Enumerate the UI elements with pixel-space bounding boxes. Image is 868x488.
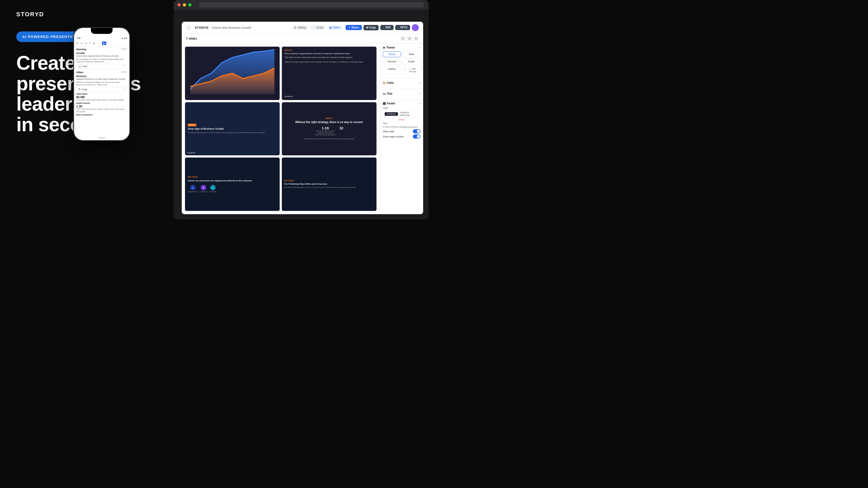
color-chevron[interactable]: ∨: [419, 82, 421, 84]
toggle-knob-date: [417, 130, 420, 133]
nav-setting-label: Setting: [298, 26, 306, 29]
traffic-light-green[interactable]: [188, 3, 191, 6]
theme-galaxy[interactable]: Galaxy: [383, 66, 401, 74]
stat-deals-label: Deals Closed: [76, 102, 127, 104]
nav-setting[interactable]: ⚙ Setting: [292, 25, 308, 30]
show-date-label: Show date: [383, 130, 394, 133]
app-nav: ⚙ Setting 📄 Script ▦ Slides: [292, 25, 342, 30]
pptx-button[interactable]: ↓ PPTX: [395, 25, 410, 30]
text-section: Aa Text ∨: [383, 91, 421, 96]
phone-divider-1: [76, 70, 127, 70]
color-section-row: 🎨 Color ∨: [383, 80, 421, 86]
opening-asset[interactable]: 📊 Chart ⊙: [76, 64, 127, 69]
step-3-circle: 3: [210, 185, 216, 190]
active-tool[interactable]: ▶: [102, 41, 106, 45]
slide-thumb-3[interactable]: IMPACT Clear Sign of Business Trouble Th…: [185, 102, 280, 156]
phone-status-bar: 7:07 ▲ ● ■: [74, 34, 129, 40]
slide-2-title: Poor customer segmentation and lack of c…: [284, 52, 374, 55]
theme-bold[interactable]: Bold: [402, 51, 421, 57]
format-icon[interactable]: T: [89, 42, 91, 45]
villain-slide-subtitle: Stagnant Revenue is a Clear Sign of Busi…: [76, 78, 127, 80]
slide-2-storyd: STORYD: [284, 96, 374, 97]
show-date-toggle[interactable]: [413, 129, 421, 133]
villain-asset[interactable]: 🖼 Image ⊙: [76, 87, 127, 92]
redo-icon[interactable]: ↪: [85, 42, 87, 45]
theme-chevron[interactable]: ∧: [419, 46, 421, 49]
view-grid-lg[interactable]: ⊞: [413, 36, 419, 41]
footer-logo-filename: STORYD white.png: [400, 111, 418, 116]
step-3-label: Processes: [209, 191, 217, 193]
show-page-row: Show page number: [383, 134, 421, 138]
close-icon[interactable]: ✕: [76, 42, 79, 45]
share-button[interactable]: ↗ Share: [346, 25, 362, 30]
slide-6-title: The Following Steps Will Lead to Success: [284, 183, 374, 186]
step-1: 1 Segmentation: [188, 185, 198, 193]
phone-toolbar: ✕ ↩ ↪ T ⊕ ⋮ ▶: [74, 40, 129, 46]
app-doc-title: Unlock New Business Growth: [212, 26, 289, 29]
slide-6-content: SOLUTION The Following Steps Will Lead t…: [282, 158, 376, 211]
undo-icon[interactable]: ↩: [81, 42, 83, 45]
opening-slide-desc: By Leveraging the Power of Targeted Segm…: [76, 58, 127, 63]
view-list[interactable]: ⊟: [400, 36, 406, 41]
copy-button[interactable]: ⧉ Copy: [364, 25, 379, 30]
image-icon: 🖼: [78, 88, 80, 91]
text-icon: Aa: [383, 93, 386, 95]
slide-3-title: Clear Sign of Business Trouble: [188, 127, 277, 131]
user-avatar[interactable]: [412, 24, 419, 31]
insert-icon[interactable]: ⊕: [93, 42, 95, 45]
slide-3-storyd: STORYD: [187, 152, 195, 154]
view-grid-sm[interactable]: ⊞: [407, 36, 412, 41]
view-toggle: ⊟ ⊞ ⊞: [400, 36, 419, 41]
slide-5-title: ensure our processes are aligned and tai…: [188, 180, 277, 182]
browser-url-bar[interactable]: [199, 2, 424, 8]
phone-time: 7:07: [77, 37, 81, 39]
phone-signals: ▲ ● ■: [122, 37, 127, 39]
villain-slide-ref: Slide 2: [122, 71, 127, 74]
traffic-light-yellow[interactable]: [183, 3, 186, 6]
slide-thumb-5[interactable]: SOLUTION ensure our processes are aligne…: [185, 158, 280, 211]
right-sidebar: 🖥 Theme ∧ Classic Bold Minimal Depth Gal…: [380, 43, 423, 214]
stat-deals-val: 1.1K: [76, 105, 127, 108]
theme-minimal[interactable]: Minimal: [383, 59, 401, 65]
footer-logo-file: STORYD STORYD white.png: [383, 110, 421, 118]
slide-2-subtitle: Total sales revenue, total deals closed,…: [284, 56, 374, 59]
slide-thumb-4[interactable]: IMPACT Without the right strategy, there…: [282, 102, 376, 156]
villain-asset-action[interactable]: ⊙: [124, 88, 125, 90]
footer-chevron[interactable]: ∧: [419, 102, 421, 105]
slide-thumb-2[interactable]: IMPACT Poor customer segmentation and la…: [282, 46, 376, 100]
phone-bottom-bar: storyd.ai: [74, 137, 129, 138]
opening-asset-action[interactable]: ⊙: [124, 65, 125, 67]
nav-slides[interactable]: ▦ Slides: [327, 25, 342, 30]
show-page-toggle[interactable]: [413, 134, 421, 138]
slide-3-sub: The state of your business is a clear in…: [188, 132, 277, 134]
back-button[interactable]: ←: [186, 25, 191, 30]
step-2-label: Experience: [199, 191, 208, 193]
divider-1: [383, 78, 421, 78]
pdf-button[interactable]: ↓ PDF: [380, 25, 394, 30]
step-1-label: Segmentation: [188, 191, 198, 193]
delete-button[interactable]: Delete: [383, 119, 421, 121]
theme-depth[interactable]: Depth: [402, 59, 421, 65]
theme-classic[interactable]: Classic: [383, 51, 401, 57]
slide-thumb-6[interactable]: SOLUTION The Following Steps Will Lead t…: [282, 158, 376, 211]
text-section-row: Aa Text ∨: [383, 91, 421, 96]
slide-4-stats: 1.1K This is the number of newcustomers …: [315, 126, 343, 136]
stat-1-num: 1.1K: [315, 126, 336, 130]
app-logo: STORYD: [16, 11, 184, 18]
monitor-icon: 🖥: [383, 46, 385, 49]
slide-5-tag: SOLUTION: [188, 176, 277, 178]
process-steps: 1 Segmentation 2 Experience 3 Processes: [188, 185, 277, 193]
theme-section-header: 🖥 Theme ∧: [383, 46, 421, 49]
text-chevron[interactable]: ∨: [419, 93, 421, 95]
nav-script[interactable]: 📄 Script: [310, 25, 326, 30]
opening-slide-ref: Slide 1: [122, 48, 127, 51]
traffic-light-red[interactable]: [177, 3, 181, 6]
slide-thumb-1[interactable]: [185, 46, 280, 100]
step-2-circle: 2: [201, 185, 206, 190]
slide-3-content: IMPACT Clear Sign of Business Trouble Th…: [185, 102, 280, 156]
stat-1: 1.1K This is the number of newcustomers …: [315, 126, 336, 136]
more-icon[interactable]: ⋮: [97, 42, 100, 45]
chart-svg: [185, 46, 280, 100]
app-body: IMPACT Poor customer segmentation and la…: [182, 43, 423, 214]
add-theme-button[interactable]: + + Add Theme: [402, 66, 421, 74]
